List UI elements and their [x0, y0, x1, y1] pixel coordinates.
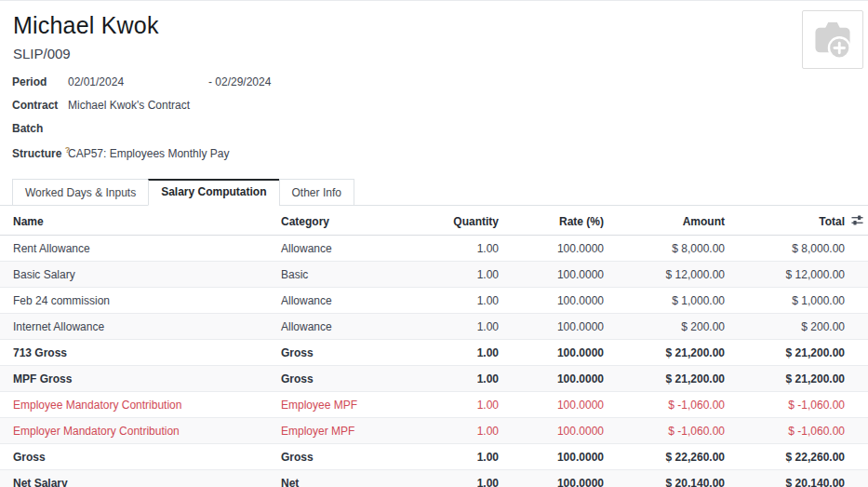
cell-quantity: 1.00 — [417, 392, 500, 418]
cell-amount: $ 12,000.00 — [605, 262, 726, 288]
cell-category: Gross — [268, 340, 417, 366]
column-header-name[interactable]: Name — [0, 208, 268, 236]
table-row[interactable]: Net Salary Net 1.00 100.0000 $ 20,140.00… — [0, 470, 868, 487]
cell-category: Allowance — [268, 314, 417, 340]
cell-quantity: 1.00 — [417, 288, 500, 314]
column-header-total[interactable]: Total — [726, 208, 846, 236]
cell-options — [846, 340, 868, 366]
tab-other-info[interactable]: Other Info — [279, 179, 354, 206]
period-start-value[interactable]: 02/01/2024 — [68, 75, 208, 88]
table-row[interactable]: Internet Allowance Allowance 1.00 100.00… — [0, 314, 868, 340]
payslip-fields: Period 02/01/2024 - 02/29/2024 Contract … — [0, 75, 868, 169]
table-row[interactable]: Gross Gross 1.00 100.0000 $ 22,260.00 $ … — [0, 444, 868, 470]
cell-category: Gross — [268, 444, 417, 470]
table-row[interactable]: Rent Allowance Allowance 1.00 100.0000 $… — [0, 236, 868, 262]
cell-rate: 100.0000 — [500, 288, 605, 314]
cell-name: Employee Mandatory Contribution — [0, 392, 268, 418]
cell-category: Net — [268, 470, 417, 487]
cell-options — [846, 366, 868, 392]
cell-quantity: 1.00 — [417, 444, 500, 470]
structure-value[interactable]: CAP57: Employees Monthly Pay — [68, 147, 229, 160]
sliders-icon[interactable] — [851, 214, 863, 229]
contract-value[interactable]: Michael Kwok's Contract — [68, 99, 190, 112]
cell-amount: $ 21,200.00 — [605, 340, 726, 366]
table-row[interactable]: Employer Mandatory Contribution Employer… — [0, 418, 868, 444]
slip-reference: SLIP/009 — [13, 46, 853, 61]
cell-name: 713 Gross — [0, 340, 268, 366]
cell-total: $ 21,200.00 — [726, 366, 846, 392]
table-row[interactable]: Feb 24 commission Allowance 1.00 100.000… — [0, 288, 868, 314]
cell-name: MPF Gross — [0, 366, 268, 392]
cell-rate: 100.0000 — [500, 418, 605, 444]
cell-total: $ 21,200.00 — [726, 340, 846, 366]
column-header-category[interactable]: Category — [268, 208, 417, 236]
column-header-rate[interactable]: Rate (%) — [500, 208, 605, 236]
tab-worked-days-inputs[interactable]: Worked Days & Inputs — [12, 179, 149, 206]
cell-total: $ 20,140.00 — [726, 470, 846, 487]
cell-options — [846, 470, 868, 487]
cell-category: Allowance — [268, 288, 417, 314]
cell-quantity: 1.00 — [417, 236, 500, 262]
cell-options — [846, 418, 868, 444]
table-header-row: Name Category Quantity Rate (%) Amount T… — [0, 208, 868, 236]
field-period: Period 02/01/2024 - 02/29/2024 — [12, 75, 868, 99]
cell-amount: $ -1,060.00 — [605, 392, 726, 418]
cell-total: $ 8,000.00 — [726, 236, 846, 262]
batch-label: Batch — [12, 122, 68, 135]
cell-amount: $ 8,000.00 — [605, 236, 726, 262]
cell-amount: $ 200.00 — [605, 314, 726, 340]
contract-label: Contract — [12, 99, 68, 112]
cell-quantity: 1.00 — [417, 470, 500, 487]
field-structure: Structure ? CAP57: Employees Monthly Pay — [12, 145, 868, 169]
period-label: Period — [12, 75, 68, 88]
tab-salary-computation[interactable]: Salary Computation — [148, 179, 279, 206]
cell-rate: 100.0000 — [500, 262, 605, 288]
cell-amount: $ 21,200.00 — [605, 366, 726, 392]
cell-quantity: 1.00 — [417, 340, 500, 366]
cell-rate: 100.0000 — [500, 236, 605, 262]
cell-rate: 100.0000 — [500, 444, 605, 470]
cell-total: $ 22,260.00 — [726, 444, 846, 470]
column-header-options — [846, 208, 868, 236]
table-row[interactable]: Employee Mandatory Contribution Employee… — [0, 392, 868, 418]
column-header-amount[interactable]: Amount — [605, 208, 726, 236]
cell-rate: 100.0000 — [500, 314, 605, 340]
cell-category: Basic — [268, 262, 417, 288]
cell-amount: $ 1,000.00 — [605, 288, 726, 314]
cell-total: $ -1,060.00 — [726, 392, 846, 418]
cell-total: $ 12,000.00 — [726, 262, 846, 288]
salary-computation-table: Name Category Quantity Rate (%) Amount T… — [0, 208, 868, 487]
cell-options — [846, 288, 868, 314]
payslip-header: Michael Kwok SLIP/009 — [0, 1, 868, 61]
table-row[interactable]: MPF Gross Gross 1.00 100.0000 $ 21,200.0… — [0, 366, 868, 392]
camera-plus-icon — [808, 15, 857, 65]
cell-amount: $ 20,140.00 — [605, 470, 726, 487]
cell-total: $ -1,060.00 — [726, 418, 846, 444]
column-header-quantity[interactable]: Quantity — [417, 208, 500, 236]
period-end-value[interactable]: - 02/29/2024 — [208, 75, 271, 88]
cell-quantity: 1.00 — [417, 418, 500, 444]
cell-total: $ 1,000.00 — [726, 288, 846, 314]
field-batch: Batch — [12, 122, 868, 145]
cell-name: Net Salary — [0, 470, 268, 487]
cell-options — [846, 314, 868, 340]
cell-quantity: 1.00 — [417, 314, 500, 340]
table-row[interactable]: 713 Gross Gross 1.00 100.0000 $ 21,200.0… — [0, 340, 868, 366]
cell-name: Basic Salary — [0, 262, 268, 288]
cell-name: Feb 24 commission — [0, 288, 268, 314]
cell-quantity: 1.00 — [417, 262, 500, 288]
page-title: Michael Kwok — [13, 12, 853, 39]
cell-rate: 100.0000 — [500, 470, 605, 487]
cell-options — [846, 236, 868, 262]
cell-rate: 100.0000 — [500, 366, 605, 392]
cell-category: Gross — [268, 366, 417, 392]
salary-table-body: Rent Allowance Allowance 1.00 100.0000 $… — [0, 236, 868, 487]
cell-category: Employee MPF — [268, 392, 417, 418]
employee-photo-placeholder[interactable] — [802, 10, 863, 69]
cell-category: Employer MPF — [268, 418, 417, 444]
cell-name: Internet Allowance — [0, 314, 268, 340]
table-row[interactable]: Basic Salary Basic 1.00 100.0000 $ 12,00… — [0, 262, 868, 288]
cell-name: Gross — [0, 444, 268, 470]
cell-rate: 100.0000 — [500, 392, 605, 418]
cell-name: Rent Allowance — [0, 236, 268, 262]
